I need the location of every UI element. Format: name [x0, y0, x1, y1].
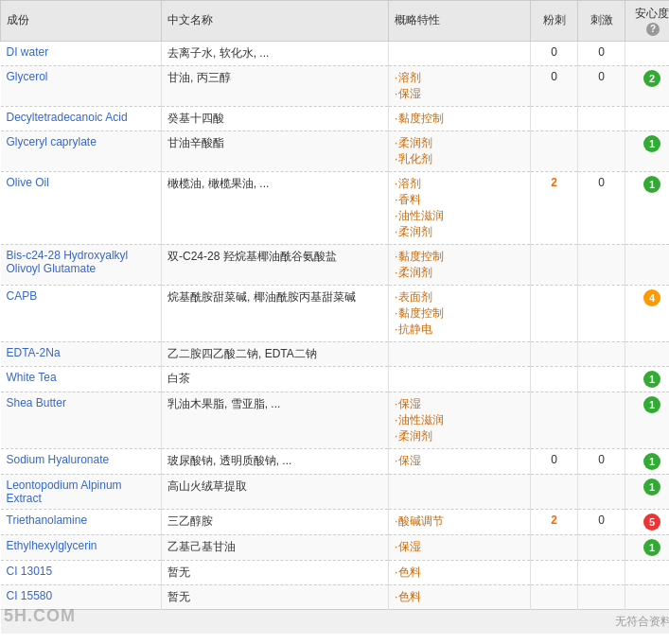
irritate-cell: 0 — [578, 509, 625, 534]
ingredient-link[interactable]: Decyltetradecanoic Acid — [7, 111, 128, 124]
header-property: 概略特性 — [389, 1, 531, 42]
ingredient-link[interactable]: Bis-c24-28 Hydroxyalkyl Olivoyl Glutamat… — [7, 249, 129, 275]
property-tag: 溶剂 — [395, 177, 421, 190]
property-tag: 油性滋润 — [395, 209, 444, 222]
irritate-cell: 0 — [578, 171, 625, 244]
ingredient-link[interactable]: Glycerol — [7, 70, 48, 83]
ingredient-link[interactable]: CI 15580 — [7, 589, 53, 602]
irritate-value: 0 — [598, 70, 605, 83]
property-tag: 油性滋润 — [395, 413, 444, 426]
name-cell: 暂无 — [162, 584, 389, 609]
name-cell: 白茶 — [162, 366, 389, 392]
safety-badge[interactable]: 5 — [643, 513, 660, 531]
prickle-cell: 0 — [531, 65, 578, 106]
ingredient-link[interactable]: Sodium Hyaluronate — [7, 453, 110, 466]
prickle-cell: 0 — [531, 448, 578, 474]
property-cell: 色料 — [389, 584, 531, 609]
safety-badge[interactable]: 1 — [643, 539, 660, 556]
property-cell: 黏度控制 — [389, 106, 531, 131]
name-cell: 甘油, 丙三醇 — [162, 65, 389, 106]
safety-cell: 5 — [625, 509, 670, 534]
table-row: CI 13015暂无色料 — [1, 560, 670, 584]
table-row: CAPB烷基酰胺甜菜碱, 椰油酰胺丙基甜菜碱表面剂黏度控制抗静电4 — [1, 285, 670, 341]
safety-badge[interactable]: 1 — [643, 176, 660, 193]
ingredient-link[interactable]: White Tea — [7, 371, 57, 384]
property-cell: 保湿 — [389, 448, 531, 474]
table-row: Ethylhexylglycerin乙基己基甘油保湿1 — [1, 534, 670, 560]
safety-cell: 1 — [625, 474, 670, 509]
property-cell: 色料 — [389, 560, 531, 584]
ingredient-cell: Bis-c24-28 Hydroxyalkyl Olivoyl Glutamat… — [1, 244, 162, 285]
table-row: Leontopodium Alpinum Extract高山火绒草提取1 — [1, 474, 670, 509]
prickle-cell — [531, 285, 578, 341]
prickle-cell — [531, 244, 578, 285]
table-row: Olive Oil橄榄油, 橄榄果油, ...溶剂香料油性滋润柔润剂201 — [1, 171, 670, 244]
safety-cell: 4 — [625, 285, 670, 341]
property-cell: 溶剂香料油性滋润柔润剂 — [389, 171, 531, 244]
ingredient-cell: EDTA-2Na — [1, 341, 162, 366]
name-cell: 乙基己基甘油 — [162, 534, 389, 560]
ingredient-cell: White Tea — [1, 366, 162, 392]
header-irritate: 刺激 — [578, 1, 625, 42]
property-cell — [389, 41, 531, 65]
prickle-cell — [531, 560, 578, 584]
safety-badge[interactable]: 1 — [643, 135, 660, 152]
ingredient-link[interactable]: CI 13015 — [7, 565, 53, 578]
safety-badge[interactable]: 1 — [643, 453, 660, 470]
safety-badge[interactable]: 1 — [643, 371, 660, 388]
name-cell: 三乙醇胺 — [162, 509, 389, 534]
ingredient-link[interactable]: Olive Oil — [7, 176, 49, 189]
property-tag: 保湿 — [395, 87, 421, 100]
help-icon[interactable]: ? — [646, 23, 660, 36]
main-container: 成份 中文名称 概略特性 粉刺 刺激 安心度 ? DI water去离子水, 软… — [0, 0, 669, 634]
ingredient-cell: DI water — [1, 41, 162, 65]
irritate-cell — [578, 392, 625, 448]
ingredient-link[interactable]: EDTA-2Na — [7, 346, 61, 359]
irritate-cell — [578, 341, 625, 366]
name-cell: 玻尿酸钠, 透明质酸钠, ... — [162, 448, 389, 474]
prickle-cell: 2 — [531, 171, 578, 244]
prickle-cell — [531, 584, 578, 609]
ingredient-cell: Glyceryl caprylate — [1, 131, 162, 171]
property-cell: 保湿油性滋润柔润剂 — [389, 392, 531, 448]
property-tag: 溶剂 — [395, 71, 421, 84]
safety-badge[interactable]: 1 — [643, 479, 660, 496]
safety-badge[interactable]: 2 — [643, 70, 660, 87]
property-tag: 黏度控制 — [395, 112, 444, 125]
irritate-cell — [578, 244, 625, 285]
property-cell — [389, 341, 531, 366]
ingredient-link[interactable]: Shea Butter — [7, 396, 66, 409]
property-tag: 色料 — [395, 590, 421, 603]
table-row: EDTA-2Na乙二胺四乙酸二钠, EDTA二钠 — [1, 341, 670, 366]
irritate-cell: 0 — [578, 448, 625, 474]
table-row: Bis-c24-28 Hydroxyalkyl Olivoyl Glutamat… — [1, 244, 670, 285]
prickle-cell: 0 — [531, 41, 578, 65]
table-row: CI 15580暂无色料 — [1, 584, 670, 609]
prickle-cell — [531, 534, 578, 560]
ingredient-link[interactable]: Triethanolamine — [7, 513, 88, 527]
header-prickle: 粉刺 — [531, 1, 578, 42]
irritate-cell — [578, 131, 625, 171]
prickle-cell — [531, 474, 578, 509]
ingredient-link[interactable]: Ethylhexylglycerin — [7, 539, 97, 552]
safety-badge[interactable]: 1 — [643, 396, 660, 413]
ingredient-link[interactable]: Leontopodium Alpinum Extract — [7, 479, 122, 505]
table-row: Glyceryl caprylate甘油辛酸酯柔润剂乳化剂1 — [1, 131, 670, 171]
property-tag: 柔润剂 — [395, 429, 432, 443]
ingredient-link[interactable]: CAPB — [7, 289, 38, 303]
table-row: Triethanolamine三乙醇胺酸碱调节205 — [1, 509, 670, 534]
name-cell: 甘油辛酸酯 — [162, 131, 389, 171]
safety-cell: 1 — [625, 392, 670, 448]
safety-badge[interactable]: 4 — [643, 289, 660, 306]
name-cell: 橄榄油, 橄榄果油, ... — [162, 171, 389, 244]
prickle-value: 0 — [551, 45, 557, 59]
name-cell: 高山火绒草提取 — [162, 474, 389, 509]
ingredient-cell: Ethylhexylglycerin — [1, 534, 162, 560]
header-ingredient: 成份 — [1, 1, 162, 42]
ingredient-cell: Decyltetradecanoic Acid — [1, 106, 162, 131]
irritate-cell — [578, 560, 625, 584]
name-cell: 暂无 — [162, 560, 389, 584]
ingredient-link[interactable]: DI water — [7, 45, 49, 59]
irritate-cell: 0 — [578, 41, 625, 65]
ingredient-link[interactable]: Glyceryl caprylate — [7, 135, 97, 148]
